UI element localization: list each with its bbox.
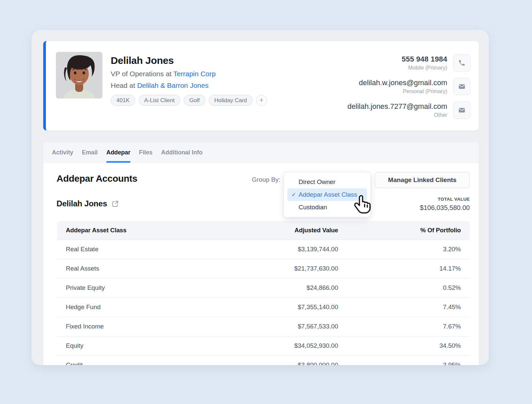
email-primary-label: Personal (Primary) — [359, 89, 447, 95]
tab-additional-info[interactable]: Additional Info — [161, 142, 202, 163]
email-primary-address: delilah.w.jones@gmail.com — [359, 79, 447, 87]
phone-text: 555 948 1984 Mobile (Primary) — [402, 54, 447, 71]
household-text: Head at — [111, 82, 137, 89]
email-primary-button[interactable] — [453, 78, 470, 95]
cell-pct: 14.17% — [338, 259, 469, 278]
option-direct-owner[interactable]: Direct Owner — [287, 176, 367, 188]
manage-linked-clients-button[interactable]: Manage Linked Clients — [375, 172, 470, 188]
phone-icon — [458, 59, 466, 67]
table-row[interactable]: Private Equity $24,866.00 0.52% — [57, 278, 469, 298]
group-by-label: Group By: — [243, 176, 280, 183]
total-value-label: TOTAL VALUE — [420, 197, 470, 202]
table-row[interactable]: Fixed Income $7,567,533.00 7.67% — [57, 317, 469, 336]
detail-tabs-card: Activity Email Addepar Files Additional … — [43, 142, 479, 365]
cell-asset-class: Hedge Fund — [57, 298, 243, 317]
avatar-photo — [56, 52, 102, 99]
cell-adjusted-value: $7,355,140.00 — [243, 298, 338, 317]
job-title-text: VP of Operations at — [111, 70, 173, 78]
column-asset-class: Addepar Asset Class — [57, 221, 243, 240]
cell-adjusted-value: $3,139,744.00 — [243, 240, 338, 259]
household-link[interactable]: Delilah & Barron Jones — [137, 82, 208, 89]
add-tag-button[interactable]: + — [256, 95, 267, 106]
email-other-button[interactable] — [453, 101, 470, 119]
total-value-block: TOTAL VALUE $106,035,580.00 — [420, 197, 470, 212]
tag-a-list-client[interactable]: A-List Client — [139, 95, 181, 106]
cell-asset-class: Real Assets — [57, 259, 243, 278]
cell-asset-class: Real Estate — [57, 240, 243, 259]
tag-list: 401K A-List Client Golf Holiday Card + — [111, 95, 267, 106]
email-icon — [458, 106, 466, 114]
phone-row: 555 948 1984 Mobile (Primary) — [347, 54, 470, 72]
tab-bar: Activity Email Addepar Files Additional … — [43, 142, 479, 163]
tag-401k[interactable]: 401K — [111, 95, 135, 106]
tab-addepar[interactable]: Addepar — [106, 142, 130, 163]
cell-asset-class: Fixed Income — [57, 317, 243, 336]
email-primary-row: delilah.w.jones@gmail.com Personal (Prim… — [347, 78, 470, 95]
cell-asset-class: Equity — [57, 336, 243, 355]
external-link-icon[interactable] — [111, 200, 119, 208]
cell-pct: 3.95% — [338, 355, 469, 365]
tab-activity[interactable]: Activity — [52, 142, 73, 163]
client-section-header: Delilah Jones — [57, 199, 119, 208]
company-link[interactable]: Terrapin Corp — [173, 70, 215, 78]
table-row[interactable]: Real Assets $21,737,630.00 14.17% — [57, 259, 469, 278]
table-header-row: Addepar Asset Class Adjusted Value % Of … — [57, 221, 469, 240]
cell-adjusted-value: $24,866.00 — [243, 278, 338, 298]
option-label: Direct Owner — [299, 178, 335, 186]
job-title-line: VP of Operations at Terrapin Corp — [111, 70, 267, 78]
email-other-address: delilah.jones.7277@gmail.com — [347, 102, 447, 111]
table-row[interactable]: Real Estate $3,139,744.00 3.20% — [57, 240, 469, 259]
asset-class-table: Addepar Asset Class Adjusted Value % Of … — [57, 221, 469, 365]
column-pct-portfolio: % Of Portfolio — [338, 221, 469, 240]
cell-pct: 7.45% — [338, 298, 469, 317]
avatar — [56, 52, 102, 99]
email-other-row: delilah.jones.7277@gmail.com Other — [347, 101, 470, 119]
tag-golf[interactable]: Golf — [184, 95, 205, 106]
email-other-text: delilah.jones.7277@gmail.com Other — [347, 101, 447, 118]
table-row[interactable]: Equity $34,052,930.00 34.50% — [57, 336, 469, 355]
client-section-name: Delilah Jones — [57, 199, 107, 208]
option-custodian[interactable]: Custodian — [287, 201, 367, 214]
group-by-dropdown: Direct Owner ✓ Addepar Asset Class Custo… — [284, 172, 371, 217]
cell-asset-class: Private Equity — [57, 278, 243, 298]
contact-header-card: Delilah Jones VP of Operations at Terrap… — [43, 41, 479, 130]
cell-adjusted-value: $21,737,630.00 — [243, 259, 338, 278]
tab-email[interactable]: Email — [82, 142, 98, 163]
client-detail-panel: Delilah Jones VP of Operations at Terrap… — [32, 30, 489, 365]
household-line: Head at Delilah & Barron Jones — [111, 82, 267, 90]
cell-pct: 0.52% — [338, 278, 469, 298]
option-addepar-asset-class[interactable]: ✓ Addepar Asset Class — [287, 188, 367, 201]
cell-adjusted-value: $34,052,930.00 — [243, 336, 338, 355]
cell-pct: 3.20% — [338, 240, 469, 259]
page-title: Addepar Accounts — [57, 173, 137, 184]
phone-number: 555 948 1984 — [402, 55, 447, 64]
table-row[interactable]: Credit -$3,800,000.00 3.95% — [57, 355, 469, 365]
cell-asset-class: Credit — [57, 355, 243, 365]
phone-label: Mobile (Primary) — [402, 65, 447, 71]
tag-holiday-card[interactable]: Holiday Card — [209, 95, 253, 106]
email-icon — [458, 83, 466, 90]
cell-adjusted-value: -$3,800,000.00 — [243, 355, 338, 365]
contact-name: Delilah Jones — [111, 55, 267, 66]
cell-adjusted-value: $7,567,533.00 — [243, 317, 338, 336]
contact-methods: 555 948 1984 Mobile (Primary) delilah.w.… — [347, 54, 470, 119]
option-label: Custodian — [299, 204, 327, 211]
check-icon: ✓ — [291, 191, 299, 198]
tab-files[interactable]: Files — [139, 142, 153, 163]
email-primary-text: delilah.w.jones@gmail.com Personal (Prim… — [359, 78, 447, 95]
option-label: Addepar Asset Class — [299, 191, 357, 198]
cell-pct: 34.50% — [338, 336, 469, 355]
column-adjusted-value: Adjusted Value — [243, 221, 338, 240]
cell-pct: 7.67% — [338, 317, 469, 336]
table-row[interactable]: Hedge Fund $7,355,140.00 7.45% — [57, 298, 469, 317]
call-button[interactable] — [453, 54, 470, 72]
email-other-label: Other — [347, 112, 447, 118]
identity-block: Delilah Jones VP of Operations at Terrap… — [111, 55, 267, 106]
total-value-amount: $106,035,580.00 — [420, 204, 470, 212]
